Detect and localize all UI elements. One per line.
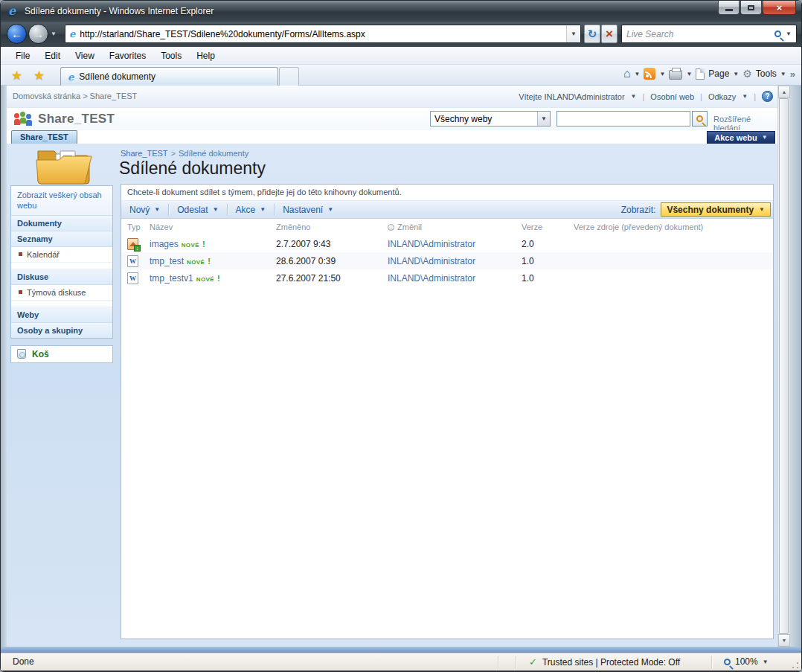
home-icon[interactable]: ⌂ [623, 68, 631, 80]
scrollbar-thumb[interactable] [779, 98, 789, 634]
document-link[interactable]: tmp_test [150, 256, 184, 266]
site-actions-button[interactable]: Akce webu ▼ [707, 131, 775, 144]
document-link[interactable]: images [150, 239, 179, 249]
welcome-menu[interactable]: Vítejte INLAND\Administrator [519, 92, 624, 101]
favorites-star-icon[interactable]: ★ [11, 68, 22, 83]
col-name[interactable]: Název [150, 223, 276, 231]
table-row[interactable]: ↓ images NOVÉ ! 2.7.2007 9:43 INLAND\Adm… [121, 235, 773, 252]
col-type[interactable]: Typ [127, 223, 150, 231]
page-icon [696, 68, 705, 80]
add-favorite-icon[interactable]: ★ [33, 68, 45, 83]
site-search-input[interactable] [556, 111, 690, 127]
modified-by-link[interactable]: INLAND\Administrator [388, 256, 522, 266]
menu-edit[interactable]: Edit [37, 51, 68, 61]
version-value: 1.0 [522, 273, 574, 284]
minimize-button[interactable] [718, 1, 740, 15]
back-button[interactable]: ← [7, 24, 27, 44]
image-file-icon: ↓ [127, 238, 138, 250]
search-icon[interactable] [774, 31, 781, 37]
sidebar-item-team-discussion[interactable]: Týmová diskuse [11, 285, 112, 301]
help-icon[interactable]: ? [762, 91, 773, 102]
links-menu[interactable]: Odkazy [708, 92, 736, 101]
window-frame-bottom [1, 647, 801, 653]
sidebar-item-view-all-content[interactable]: Zobrazit veškerý obsah webu [11, 186, 112, 216]
tools-dropdown-icon[interactable]: ▼ [780, 71, 786, 77]
view-dropdown[interactable]: Všechny dokumenty ▼ [661, 202, 771, 217]
search-scope-select[interactable]: Všechny weby ▼ [430, 111, 551, 127]
menu-view[interactable]: View [68, 51, 102, 61]
close-button[interactable]: × [763, 1, 796, 15]
settings-menu[interactable]: Nastavení ▼ [275, 201, 341, 218]
version-value: 2.0 [522, 239, 574, 249]
stop-button[interactable]: × [601, 25, 617, 43]
modified-by-link[interactable]: INLAND\Administrator [388, 273, 522, 284]
print-icon[interactable] [669, 70, 682, 80]
new-menu[interactable]: Nový ▼ [121, 201, 168, 218]
actions-menu[interactable]: Akce ▼ [228, 201, 275, 218]
portal-breadcrumb[interactable]: Domovská stránka > Share_TEST [13, 92, 137, 100]
breadcrumb-site-link[interactable]: Share_TEST [121, 149, 168, 158]
site-nav-tab[interactable]: Share_TEST [11, 130, 77, 144]
menu-file[interactable]: File [8, 51, 37, 61]
modified-by-link[interactable]: INLAND\Administrator [388, 239, 522, 249]
bullet-icon [19, 290, 22, 294]
home-dropdown-icon[interactable]: ▼ [635, 71, 641, 77]
search-scope-value: Všechny weby [431, 114, 492, 124]
col-version[interactable]: Verze [522, 223, 574, 231]
vertical-scrollbar[interactable]: ▲ ▼ [777, 86, 789, 647]
address-bar[interactable]: e http://starland/Share_TEST/Sdilene%20d… [65, 25, 581, 43]
rss-feed-icon[interactable] [644, 68, 655, 80]
refresh-button[interactable]: ↻ [584, 25, 600, 43]
sidebar-item-calendar[interactable]: Kalendář [11, 247, 112, 263]
zoom-control[interactable]: 100% ▼ [724, 656, 769, 667]
history-dropdown[interactable]: ▼ [51, 31, 57, 37]
chevron-down-icon: ▼ [762, 134, 768, 141]
window-frame-left [1, 86, 7, 647]
scroll-up-button[interactable]: ▲ [778, 86, 790, 98]
live-search-box[interactable]: Live Search ▼ [621, 25, 797, 43]
scroll-down-button[interactable]: ▼ [778, 634, 790, 647]
zoom-dropdown-icon[interactable]: ▼ [763, 659, 769, 665]
new-tab-stub[interactable] [279, 67, 299, 86]
page-button[interactable]: Page [708, 68, 729, 79]
recycle-bin-link[interactable]: Koš [10, 345, 113, 363]
table-row[interactable]: W tmp_testv1 NOVÉ ! 27.6.2007 21:50 INLA… [121, 269, 773, 287]
address-dropdown[interactable]: ▼ [566, 25, 580, 42]
actions-menu-label: Akce [236, 205, 256, 215]
col-modified[interactable]: Změněno [276, 223, 388, 231]
document-link[interactable]: tmp_testv1 [150, 273, 193, 284]
sidebar-header-discussions[interactable]: Diskuse [11, 269, 112, 285]
site-search-button[interactable] [692, 111, 708, 127]
welcome-dropdown-icon[interactable]: ▼ [631, 93, 637, 100]
col-modified-by[interactable]: Změnil [388, 223, 522, 231]
overlay-badge-icon: ↓ [134, 245, 141, 252]
active-tab[interactable]: e Sdílené dokumenty [60, 67, 278, 86]
upload-menu[interactable]: Odeslat ▼ [169, 201, 226, 218]
sidebar-spacer [11, 301, 112, 307]
menu-favorites[interactable]: Favorites [102, 51, 153, 61]
col-source-version[interactable]: Verze zdroje (převedený dokument) [574, 223, 773, 231]
links-dropdown-icon[interactable]: ▼ [742, 93, 748, 100]
rss-dropdown-icon[interactable]: ▼ [659, 71, 665, 77]
table-row[interactable]: W tmp_test NOVÉ ! 28.6.2007 0:39 INLAND\… [121, 252, 773, 269]
check-icon: ✓ [529, 656, 537, 668]
print-dropdown-icon[interactable]: ▼ [686, 71, 692, 77]
tab-bar: ★ ★ e Sdílené dokumenty ⌂ ▼ ▼ ▼ Page ▼ ⚙… [1, 65, 801, 86]
forward-button[interactable]: → [28, 24, 48, 44]
menu-help[interactable]: Help [189, 51, 222, 61]
menu-tools[interactable]: Tools [153, 51, 189, 61]
maximize-button[interactable] [740, 1, 762, 15]
back-icon: ← [11, 28, 22, 40]
tools-button[interactable]: Tools [756, 68, 777, 79]
sidebar-header-people-groups[interactable]: Osoby a skupiny [11, 323, 112, 338]
sidebar-header-documents[interactable]: Dokumenty [11, 216, 112, 231]
sidebar-header-lists[interactable]: Seznamy [11, 231, 112, 247]
separator: | [754, 92, 756, 101]
url-text[interactable]: http://starland/Share_TEST/Sdilene%20dok… [80, 29, 365, 39]
sidebar-header-sites[interactable]: Weby [11, 307, 112, 323]
resize-grip[interactable] [792, 662, 799, 669]
search-dropdown-icon[interactable]: ▼ [786, 31, 792, 37]
personal-site-link[interactable]: Osobní web [650, 92, 694, 101]
page-dropdown-icon[interactable]: ▼ [733, 71, 739, 77]
more-toolbar-icon[interactable]: » [790, 68, 795, 80]
